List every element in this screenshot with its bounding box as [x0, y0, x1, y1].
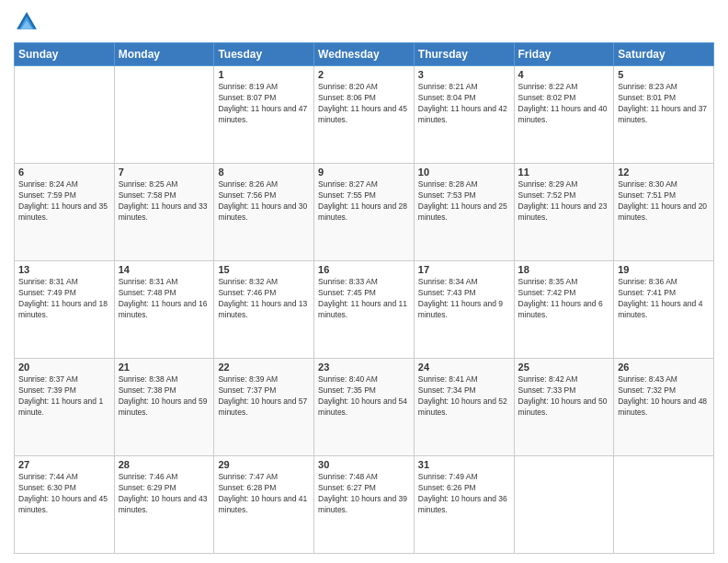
weekday-header-wednesday: Wednesday: [314, 43, 415, 66]
day-info: Sunrise: 8:28 AMSunset: 7:53 PMDaylight:…: [418, 179, 510, 224]
day-number: 5: [618, 69, 710, 80]
day-info: Sunrise: 8:26 AMSunset: 7:56 PMDaylight:…: [218, 179, 310, 224]
calendar-cell: [514, 456, 614, 554]
calendar-cell: 4Sunrise: 8:22 AMSunset: 8:02 PMDaylight…: [514, 66, 614, 164]
calendar-cell: 26Sunrise: 8:43 AMSunset: 7:32 PMDayligh…: [614, 359, 714, 456]
day-info: Sunrise: 8:25 AMSunset: 7:58 PMDaylight:…: [119, 179, 210, 224]
day-info: Sunrise: 8:36 AMSunset: 7:41 PMDaylight:…: [618, 277, 710, 321]
week-row-4: 20Sunrise: 8:37 AMSunset: 7:39 PMDayligh…: [15, 359, 714, 456]
day-number: 2: [318, 69, 410, 80]
day-number: 19: [618, 264, 710, 275]
day-info: Sunrise: 8:33 AMSunset: 7:45 PMDaylight:…: [318, 277, 410, 321]
calendar-cell: 20Sunrise: 8:37 AMSunset: 7:39 PMDayligh…: [15, 359, 115, 456]
calendar-cell: 2Sunrise: 8:20 AMSunset: 8:06 PMDaylight…: [314, 66, 415, 164]
calendar-cell: 12Sunrise: 8:30 AMSunset: 7:51 PMDayligh…: [614, 164, 714, 261]
day-info: Sunrise: 8:24 AMSunset: 7:59 PMDaylight:…: [18, 179, 110, 224]
logo: [14, 9, 43, 35]
day-info: Sunrise: 8:39 AMSunset: 7:37 PMDaylight:…: [218, 374, 310, 419]
day-info: Sunrise: 8:42 AMSunset: 7:33 PMDaylight:…: [518, 374, 610, 419]
calendar-cell: 29Sunrise: 7:47 AMSunset: 6:28 PMDayligh…: [214, 456, 314, 554]
day-info: Sunrise: 7:47 AMSunset: 6:28 PMDaylight:…: [218, 472, 310, 516]
day-info: Sunrise: 8:30 AMSunset: 7:51 PMDaylight:…: [618, 179, 710, 224]
day-number: 13: [18, 264, 110, 275]
day-info: Sunrise: 7:44 AMSunset: 6:30 PMDaylight:…: [18, 472, 110, 516]
logo-icon: [14, 9, 40, 35]
day-number: 22: [218, 362, 310, 373]
calendar-table: SundayMondayTuesdayWednesdayThursdayFrid…: [14, 42, 714, 554]
day-number: 14: [119, 264, 210, 275]
calendar-cell: 1Sunrise: 8:19 AMSunset: 8:07 PMDaylight…: [214, 66, 314, 164]
calendar-cell: 18Sunrise: 8:35 AMSunset: 7:42 PMDayligh…: [514, 261, 614, 359]
weekday-header-friday: Friday: [514, 43, 614, 66]
day-number: 8: [218, 167, 310, 178]
weekday-header-thursday: Thursday: [414, 43, 514, 66]
day-info: Sunrise: 8:21 AMSunset: 8:04 PMDaylight:…: [418, 82, 510, 126]
day-number: 15: [218, 264, 310, 275]
calendar-cell: 19Sunrise: 8:36 AMSunset: 7:41 PMDayligh…: [614, 261, 714, 359]
calendar-cell: [614, 456, 714, 554]
calendar-cell: [114, 66, 214, 164]
calendar-cell: 22Sunrise: 8:39 AMSunset: 7:37 PMDayligh…: [214, 359, 314, 456]
week-row-5: 27Sunrise: 7:44 AMSunset: 6:30 PMDayligh…: [15, 456, 714, 554]
day-number: 29: [218, 459, 310, 470]
day-number: 28: [119, 459, 210, 470]
weekday-header-tuesday: Tuesday: [214, 43, 314, 66]
calendar-cell: 9Sunrise: 8:27 AMSunset: 7:55 PMDaylight…: [314, 164, 415, 261]
day-info: Sunrise: 8:19 AMSunset: 8:07 PMDaylight:…: [218, 82, 310, 126]
day-number: 7: [119, 167, 210, 178]
calendar-cell: 13Sunrise: 8:31 AMSunset: 7:49 PMDayligh…: [15, 261, 115, 359]
day-number: 11: [518, 167, 610, 178]
day-info: Sunrise: 8:34 AMSunset: 7:43 PMDaylight:…: [418, 277, 510, 321]
calendar-cell: 28Sunrise: 7:46 AMSunset: 6:29 PMDayligh…: [114, 456, 214, 554]
calendar-cell: 25Sunrise: 8:42 AMSunset: 7:33 PMDayligh…: [514, 359, 614, 456]
calendar-cell: 3Sunrise: 8:21 AMSunset: 8:04 PMDaylight…: [414, 66, 514, 164]
day-number: 24: [418, 362, 510, 373]
page: SundayMondayTuesdayWednesdayThursdayFrid…: [0, 0, 728, 563]
day-number: 18: [518, 264, 610, 275]
day-number: 10: [418, 167, 510, 178]
calendar-cell: 17Sunrise: 8:34 AMSunset: 7:43 PMDayligh…: [414, 261, 514, 359]
day-info: Sunrise: 8:43 AMSunset: 7:32 PMDaylight:…: [618, 374, 710, 419]
day-info: Sunrise: 7:46 AMSunset: 6:29 PMDaylight:…: [119, 472, 210, 516]
calendar-cell: 10Sunrise: 8:28 AMSunset: 7:53 PMDayligh…: [414, 164, 514, 261]
calendar-cell: 31Sunrise: 7:49 AMSunset: 6:26 PMDayligh…: [414, 456, 514, 554]
week-row-3: 13Sunrise: 8:31 AMSunset: 7:49 PMDayligh…: [15, 261, 714, 359]
day-info: Sunrise: 8:22 AMSunset: 8:02 PMDaylight:…: [518, 82, 610, 126]
calendar-cell: 15Sunrise: 8:32 AMSunset: 7:46 PMDayligh…: [214, 261, 314, 359]
day-number: 12: [618, 167, 710, 178]
calendar-cell: 8Sunrise: 8:26 AMSunset: 7:56 PMDaylight…: [214, 164, 314, 261]
day-number: 27: [18, 459, 110, 470]
day-number: 3: [418, 69, 510, 80]
day-number: 23: [318, 362, 410, 373]
day-number: 25: [518, 362, 610, 373]
day-info: Sunrise: 8:37 AMSunset: 7:39 PMDaylight:…: [18, 374, 110, 419]
day-number: 1: [218, 69, 310, 80]
day-number: 17: [418, 264, 510, 275]
calendar-cell: 7Sunrise: 8:25 AMSunset: 7:58 PMDaylight…: [114, 164, 214, 261]
weekday-header-saturday: Saturday: [614, 43, 714, 66]
day-info: Sunrise: 8:35 AMSunset: 7:42 PMDaylight:…: [518, 277, 610, 321]
calendar-cell: 24Sunrise: 8:41 AMSunset: 7:34 PMDayligh…: [414, 359, 514, 456]
day-info: Sunrise: 8:31 AMSunset: 7:49 PMDaylight:…: [18, 277, 110, 321]
calendar-cell: 21Sunrise: 8:38 AMSunset: 7:38 PMDayligh…: [114, 359, 214, 456]
day-info: Sunrise: 8:27 AMSunset: 7:55 PMDaylight:…: [318, 179, 410, 224]
day-number: 9: [318, 167, 410, 178]
week-row-2: 6Sunrise: 8:24 AMSunset: 7:59 PMDaylight…: [15, 164, 714, 261]
day-info: Sunrise: 8:20 AMSunset: 8:06 PMDaylight:…: [318, 82, 410, 126]
header: [14, 9, 714, 35]
day-info: Sunrise: 8:29 AMSunset: 7:52 PMDaylight:…: [518, 179, 610, 224]
calendar-cell: 30Sunrise: 7:48 AMSunset: 6:27 PMDayligh…: [314, 456, 415, 554]
day-number: 6: [18, 167, 110, 178]
day-number: 21: [119, 362, 210, 373]
calendar-cell: 11Sunrise: 8:29 AMSunset: 7:52 PMDayligh…: [514, 164, 614, 261]
calendar-cell: 5Sunrise: 8:23 AMSunset: 8:01 PMDaylight…: [614, 66, 714, 164]
day-number: 16: [318, 264, 410, 275]
weekday-header-row: SundayMondayTuesdayWednesdayThursdayFrid…: [15, 43, 714, 66]
day-info: Sunrise: 8:40 AMSunset: 7:35 PMDaylight:…: [318, 374, 410, 419]
day-number: 4: [518, 69, 610, 80]
day-info: Sunrise: 7:49 AMSunset: 6:26 PMDaylight:…: [418, 472, 510, 516]
calendar-cell: 16Sunrise: 8:33 AMSunset: 7:45 PMDayligh…: [314, 261, 415, 359]
day-info: Sunrise: 8:41 AMSunset: 7:34 PMDaylight:…: [418, 374, 510, 419]
day-number: 26: [618, 362, 710, 373]
calendar-cell: 27Sunrise: 7:44 AMSunset: 6:30 PMDayligh…: [15, 456, 115, 554]
